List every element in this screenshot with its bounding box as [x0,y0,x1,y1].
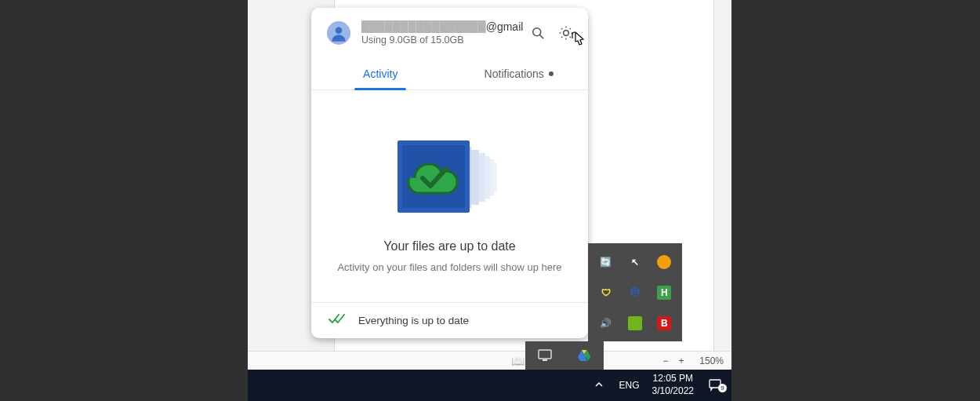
tray-icon-pointer[interactable]: ↖ [628,255,642,269]
search-button[interactable] [528,24,547,42]
tray-chevron-button[interactable] [586,380,612,392]
tray-icon-security[interactable]: 🛡 [599,286,613,300]
tray-icon-nvidia[interactable] [628,316,642,330]
drive-header: ████████████████@gmail.c… Using 9.0GB of… [311,8,588,52]
svg-point-0 [336,27,343,34]
tray-icon-sound[interactable]: 🔊 [599,316,613,330]
svg-rect-8 [494,162,497,192]
clock-time: 12:05 PM [652,373,694,385]
svg-rect-12 [543,359,547,361]
tab-notifications[interactable]: Notifications [450,58,589,89]
system-tray-flyout: 🔄 ↖ 🛡 ⓜ H 🔊 B [588,243,682,341]
email-suffix: @gmail.c… [486,20,524,33]
svg-rect-5 [479,153,485,202]
account-block[interactable]: ████████████████@gmail.c… Using 9.0GB of… [361,20,524,46]
gear-icon [558,25,574,41]
taskbar-tray-overflow [525,341,604,370]
zoom-out-button[interactable]: − [661,355,670,366]
tray-icon-h-app[interactable]: H [657,286,671,300]
windows-taskbar: ENG 12:05 PM 3/10/2022 9 [248,370,731,401]
drive-body: Your files are up to date Activity on yo… [311,90,588,302]
tray-icon-monitor[interactable] [537,348,553,363]
notification-count-badge: 9 [718,384,727,392]
tab-activity-label: Activity [363,67,397,80]
account-email: ████████████████@gmail.c… [361,20,524,33]
tray-icon-sync[interactable]: 🔄 [599,255,613,269]
notification-dot-icon [549,71,554,76]
action-center-button[interactable]: 9 [699,377,731,394]
clock-date: 3/10/2022 [652,385,694,398]
person-icon [328,23,349,43]
svg-rect-7 [490,159,494,195]
zoom-in-button[interactable]: + [677,355,686,366]
email-hidden: ████████████████ [361,20,486,33]
footer-status-text: Everything is up to date [358,315,469,326]
drive-tabs: Activity Notifications [311,58,588,90]
document-status-bar: 📖 − + 150% [248,351,731,370]
google-drive-panel: ████████████████@gmail.c… Using 9.0GB of… [311,8,588,338]
settings-button[interactable] [557,24,575,42]
taskbar-clock[interactable]: 12:05 PM 3/10/2022 [648,373,699,397]
drive-footer: Everything is up to date [311,302,588,338]
tab-activity[interactable]: Activity [311,58,450,89]
reading-view-icon[interactable]: 📖 [511,355,524,367]
files-synced-illustration [383,129,517,224]
tray-icon-malware[interactable]: ⓜ [628,286,642,300]
status-headline: Your files are up to date [383,239,515,253]
chevron-up-icon [594,380,604,389]
svg-rect-6 [485,156,490,199]
tray-icon-google-drive[interactable] [576,348,592,363]
language-indicator[interactable]: ENG [612,380,648,391]
svg-line-2 [540,35,543,38]
storage-usage: Using 9.0GB of 15.0GB [361,35,524,46]
tray-icon-browser[interactable] [657,255,671,269]
search-icon [530,25,546,41]
zoom-level[interactable]: 150% [692,355,724,366]
svg-rect-4 [471,150,479,205]
tray-icon-b-app[interactable]: B [657,316,671,330]
double-check-icon [328,314,346,327]
tab-notifications-label: Notifications [485,67,544,80]
avatar[interactable] [327,21,350,45]
svg-rect-11 [539,350,551,359]
status-subtext: Activity on your files and folders will … [337,261,561,273]
